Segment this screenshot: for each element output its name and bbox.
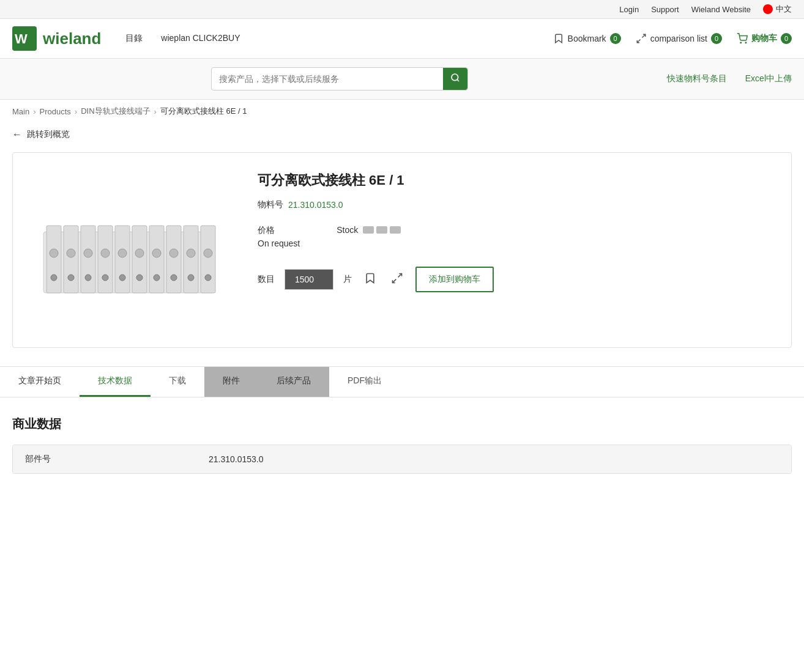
logo-text: wieland [43,29,101,48]
tab-accessories[interactable]: 附件 [204,367,258,397]
search-icon [450,73,460,83]
sku-value: 21.310.0153.0 [288,200,343,210]
svg-line-2 [642,34,645,37]
language-label: 中文 [776,4,792,15]
language-selector[interactable]: 中文 [763,4,792,15]
svg-point-25 [152,249,161,257]
stock-indicators [363,226,401,234]
breadcrumb-main[interactable]: Main [12,107,29,116]
svg-point-4 [740,42,742,43]
svg-point-28 [204,249,212,257]
svg-line-7 [457,79,459,81]
svg-point-35 [154,275,160,281]
svg-rect-9 [47,226,61,293]
nav-catalog[interactable]: 目錄 [125,33,143,44]
product-section: 可分离欧式接线柱 6E / 1 物料号 21.310.0153.0 价格 On … [12,152,792,348]
svg-point-29 [51,275,57,281]
search-container [211,67,468,90]
bookmark-label: Bookmark [568,34,606,43]
nav-wieplan[interactable]: wieplan CLICK2BUY [161,33,240,44]
search-section: 快速物料号条目 Excel中上傳 [0,59,804,100]
svg-rect-10 [64,226,78,293]
tab-pdf-output[interactable]: PDF输出 [329,367,400,397]
svg-point-33 [119,275,125,281]
table-row: 部件号 21.310.0153.0 [13,445,791,473]
main-header: W wieland 目錄 wieplan CLICK2BUY Bookmark … [0,19,804,59]
product-image-container [25,165,233,335]
data-value-part-number: 21.310.0153.0 [209,454,264,464]
search-input[interactable] [212,69,443,89]
tab-technical-data[interactable]: 技术数据 [80,367,151,397]
svg-point-22 [101,249,110,257]
svg-rect-14 [132,226,147,293]
product-image [37,189,221,311]
excel-upload-link[interactable]: Excel中上傳 [745,73,792,84]
svg-line-39 [398,273,402,277]
cart-action[interactable]: 购物车 0 [737,33,792,44]
svg-point-6 [452,74,458,81]
bookmark-count: 0 [610,33,621,44]
svg-rect-17 [184,226,198,293]
stock-label: Stock [337,225,358,235]
back-arrow-icon: ← [12,129,22,140]
logo[interactable]: W wieland [12,26,101,51]
comparison-count: 0 [711,33,722,44]
back-link-label: 跳转到概览 [27,129,70,140]
add-to-cart-button[interactable]: 添加到购物车 [415,267,494,292]
svg-point-34 [136,275,143,281]
svg-point-32 [102,275,108,281]
breadcrumb-category[interactable]: DIN导轨式接线端子 [81,106,150,117]
search-shortcuts: 快速物料号条目 Excel中上傳 [667,73,792,84]
bookmark-product-icon [364,272,376,284]
comparison-label: comparison list [650,34,707,43]
product-details: 可分离欧式接线柱 6E / 1 物料号 21.310.0153.0 价格 On … [258,165,779,335]
svg-point-27 [187,249,195,257]
main-nav: 目錄 wieplan CLICK2BUY [125,33,553,44]
cart-count: 0 [781,33,792,44]
tab-followup-products[interactable]: 后续产品 [258,367,329,397]
svg-point-30 [68,275,74,281]
bookmark-product-button[interactable] [362,270,379,290]
comparison-action[interactable]: comparison list 0 [636,33,722,44]
cart-icon [737,33,748,44]
back-to-overview[interactable]: ← 跳转到概览 [0,123,804,146]
compare-product-button[interactable] [389,270,406,290]
support-link[interactable]: Support [651,5,679,14]
tab-article-home[interactable]: 文章开始页 [0,367,80,397]
svg-point-19 [50,249,58,257]
compare-product-icon [391,272,403,284]
header-actions: Bookmark 0 comparison list 0 购物车 0 [553,33,792,44]
svg-point-24 [135,249,144,257]
product-title: 可分离欧式接线柱 6E / 1 [258,171,779,190]
cart-label: 购物车 [751,33,777,44]
svg-rect-15 [149,226,164,293]
breadcrumb-sep-3: › [154,107,157,116]
svg-point-5 [745,42,746,43]
qty-label: 数目 [258,274,275,285]
svg-text:W: W [15,31,28,46]
svg-line-40 [393,279,396,282]
content-section: 商业数据 部件号 21.310.0153.0 [0,397,804,492]
breadcrumb-products[interactable]: Products [40,107,71,116]
quick-sku-link[interactable]: 快速物料号条目 [667,73,727,84]
svg-point-37 [188,275,194,281]
search-button[interactable] [443,68,467,90]
website-link[interactable]: Wieland Website [691,5,751,14]
price-section: 价格 On request [258,225,300,248]
svg-point-23 [118,249,127,257]
svg-rect-12 [98,226,113,293]
qty-input[interactable] [285,269,333,290]
bookmark-action[interactable]: Bookmark 0 [553,33,621,44]
breadcrumb-sep-1: › [33,107,35,116]
tab-download[interactable]: 下载 [151,367,204,397]
wieland-logo-icon: W [12,26,37,51]
bookmark-icon [553,33,564,44]
login-link[interactable]: Login [619,5,639,14]
flag-icon [763,4,773,14]
svg-point-38 [205,275,211,281]
svg-point-26 [169,249,178,257]
price-label: 价格 [258,225,300,236]
svg-rect-16 [166,226,181,293]
business-data-title: 商业数据 [12,416,792,432]
price-label-text: 价格 [258,225,275,235]
